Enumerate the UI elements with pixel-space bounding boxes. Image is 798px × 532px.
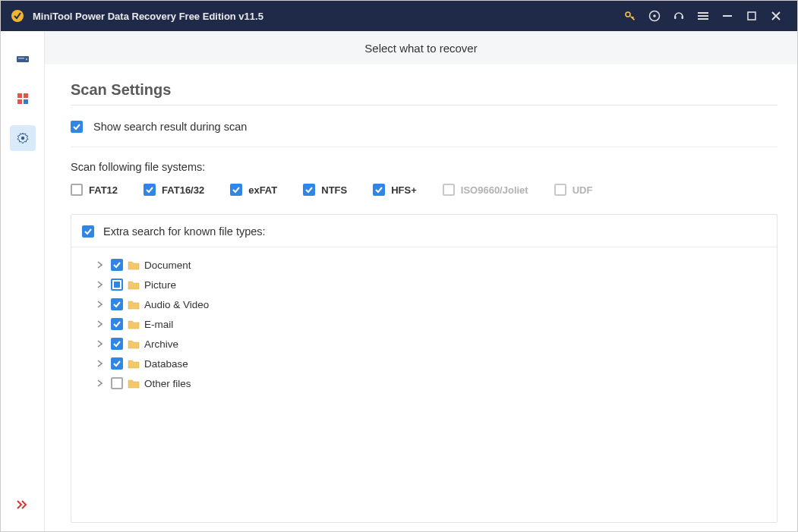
checkbox-exfat[interactable] — [230, 184, 242, 196]
tree-label: Database — [144, 358, 188, 370]
sidebar-item-drives[interactable] — [10, 46, 36, 72]
folder-icon — [128, 378, 140, 389]
fs-label: exFAT — [248, 184, 277, 196]
close-icon[interactable] — [764, 4, 788, 28]
tree-label: Audio & Video — [144, 299, 209, 310]
tree-label: Picture — [144, 279, 176, 291]
folder-icon — [128, 299, 140, 310]
chevron-right-icon[interactable] — [94, 357, 106, 370]
folder-icon — [128, 338, 140, 349]
svg-rect-15 — [24, 93, 28, 98]
svg-point-18 — [21, 137, 24, 140]
checkbox-udf — [554, 184, 566, 196]
minimize-icon[interactable] — [715, 4, 740, 28]
fs-label: HFS+ — [391, 184, 417, 196]
svg-rect-16 — [17, 99, 22, 104]
checkbox-iso — [443, 184, 455, 196]
tree-body: Document Picture Audio & Video — [71, 247, 777, 522]
svg-rect-8 — [698, 18, 708, 20]
footer-buttons: Cancel OK — [71, 523, 777, 531]
app-icon — [10, 8, 25, 24]
checkbox-fat1632[interactable] — [144, 184, 156, 196]
sidebar-expand-icon[interactable] — [10, 492, 36, 518]
checkbox-document[interactable] — [111, 259, 123, 271]
fs-label: UDF — [572, 184, 593, 196]
fs-option-ntfs[interactable]: NTFS — [303, 184, 347, 196]
chevron-right-icon[interactable] — [94, 259, 106, 271]
upgrade-icon[interactable] — [618, 4, 642, 28]
svg-point-13 — [25, 58, 27, 60]
tree-node-email[interactable]: E-mail — [94, 314, 766, 334]
svg-rect-4 — [674, 16, 677, 19]
fs-label: NTFS — [321, 184, 347, 196]
filesystem-options: FAT12 FAT16/32 exFAT NTFS — [71, 184, 777, 196]
maximize-icon[interactable] — [740, 4, 764, 28]
svg-point-3 — [653, 14, 656, 17]
fs-label: FAT16/32 — [162, 184, 204, 196]
checkbox-email[interactable] — [111, 318, 123, 330]
checkbox-ntfs[interactable] — [303, 184, 315, 196]
tree-label: Other files — [144, 378, 191, 389]
fs-label: ISO9660/Joliet — [461, 184, 528, 196]
fs-option-iso: ISO9660/Joliet — [443, 184, 528, 196]
tree-label: Document — [144, 260, 191, 271]
svg-rect-14 — [17, 93, 22, 98]
checkbox-other[interactable] — [111, 377, 123, 389]
checkbox-extra-search[interactable] — [82, 225, 94, 238]
svg-rect-10 — [748, 12, 755, 20]
checkbox-archive[interactable] — [111, 338, 123, 350]
folder-icon — [128, 260, 140, 270]
checkbox-hfs[interactable] — [373, 184, 385, 196]
chevron-right-icon[interactable] — [94, 338, 106, 350]
chevron-right-icon[interactable] — [94, 298, 106, 310]
content-panel: Scan Settings Show search result during … — [45, 65, 797, 531]
page-subtitle: Select what to recover — [45, 31, 797, 65]
folder-icon — [128, 319, 140, 329]
sidebar — [1, 31, 45, 531]
tree-label: E-mail — [144, 319, 173, 330]
sidebar-item-types[interactable] — [10, 86, 36, 112]
fs-option-hfs[interactable]: HFS+ — [373, 184, 417, 196]
disc-icon[interactable] — [642, 4, 667, 28]
titlebar: MiniTool Power Data Recovery Free Editio… — [1, 1, 797, 31]
checkbox-database[interactable] — [111, 357, 123, 370]
section-heading: Scan Settings — [71, 81, 777, 105]
svg-rect-17 — [24, 99, 28, 104]
svg-rect-6 — [698, 12, 708, 14]
svg-rect-7 — [698, 15, 708, 17]
sidebar-item-settings[interactable] — [10, 125, 36, 151]
label-scan-filesystems: Scan following file systems: — [71, 161, 777, 173]
label-extra-search: Extra search for known file types: — [103, 225, 266, 238]
chevron-right-icon[interactable] — [94, 377, 106, 389]
support-icon[interactable] — [667, 4, 691, 28]
tree-label: Archive — [144, 338, 178, 350]
fs-option-exfat[interactable]: exFAT — [230, 184, 277, 196]
checkbox-av[interactable] — [111, 298, 123, 310]
chevron-right-icon[interactable] — [94, 318, 106, 330]
label-show-search-result: Show search result during scan — [93, 121, 247, 133]
svg-rect-5 — [682, 16, 684, 19]
checkbox-picture[interactable] — [111, 279, 123, 291]
checkbox-show-search-result[interactable] — [71, 121, 83, 133]
fs-option-fat12[interactable]: FAT12 — [71, 184, 118, 196]
tree-node-archive[interactable]: Archive — [94, 334, 766, 354]
filetype-tree-panel: Extra search for known file types: Docum… — [71, 214, 777, 523]
tree-node-database[interactable]: Database — [94, 354, 766, 373]
menu-icon[interactable] — [691, 4, 715, 28]
app-window: MiniTool Power Data Recovery Free Editio… — [0, 0, 798, 532]
app-title: MiniTool Power Data Recovery Free Editio… — [33, 11, 618, 22]
tree-node-other[interactable]: Other files — [94, 373, 766, 393]
chevron-right-icon[interactable] — [94, 279, 106, 291]
checkbox-fat12[interactable] — [71, 184, 83, 196]
svg-rect-9 — [723, 15, 732, 17]
fs-label: FAT12 — [89, 184, 118, 196]
svg-point-1 — [626, 12, 630, 17]
folder-icon — [128, 358, 140, 369]
fs-option-fat1632[interactable]: FAT16/32 — [144, 184, 204, 196]
fs-option-udf: UDF — [554, 184, 593, 196]
main-area: Select what to recover Scan Settings Sho… — [45, 31, 797, 531]
tree-node-av[interactable]: Audio & Video — [94, 294, 766, 314]
tree-node-picture[interactable]: Picture — [94, 275, 766, 294]
svg-rect-12 — [18, 58, 24, 59]
tree-node-document[interactable]: Document — [94, 255, 766, 275]
